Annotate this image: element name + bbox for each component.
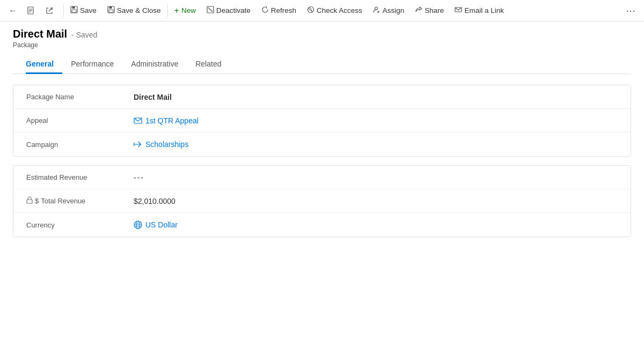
- field-row-package-name: Package Name Direct Mail: [13, 85, 631, 109]
- save-label: Save: [80, 6, 97, 14]
- deactivate-icon: [207, 6, 214, 15]
- more-button[interactable]: ⋯: [621, 3, 640, 19]
- page-title: Direct Mail: [13, 28, 67, 40]
- tabs-container: General Performance Administrative Relat…: [13, 55, 631, 74]
- currency-label: Currency: [26, 221, 134, 229]
- field-row-appeal: Appeal 1st QTR Appeal: [13, 109, 631, 133]
- svg-rect-9: [109, 6, 112, 9]
- estimated-revenue-label: Estimated Revenue: [26, 173, 134, 181]
- refresh-label: Refresh: [271, 6, 296, 14]
- back-button[interactable]: ←: [4, 2, 21, 19]
- appeal-label: Appeal: [26, 116, 134, 124]
- package-name-value: Direct Mail: [134, 93, 172, 101]
- svg-rect-7: [72, 10, 76, 12]
- more-icon: ⋯: [626, 5, 635, 17]
- currency-link[interactable]: US Dollar: [145, 221, 178, 229]
- check-access-label: Check Access: [317, 6, 362, 14]
- tab-administrative[interactable]: Administrative: [122, 55, 187, 74]
- field-row-campaign: Campaign Scholarships: [13, 133, 631, 156]
- field-row-total-revenue: $ Total Revenue $2,010.0000: [13, 189, 631, 213]
- svg-line-12: [208, 8, 213, 12]
- assign-label: Assign: [383, 6, 405, 14]
- appeal-value: 1st QTR Appeal: [134, 116, 199, 125]
- field-row-estimated-revenue: Estimated Revenue ---: [13, 166, 631, 189]
- estimated-revenue-dash: ---: [134, 173, 144, 182]
- page-saved-indicator: - Saved: [71, 31, 97, 39]
- save-button[interactable]: Save: [65, 4, 102, 17]
- tab-performance[interactable]: Performance: [62, 55, 122, 74]
- share-label: Share: [425, 6, 444, 14]
- deactivate-label: Deactivate: [216, 6, 251, 14]
- svg-rect-10: [109, 10, 113, 12]
- appeal-icon: [134, 116, 142, 125]
- revenue-info-section: Estimated Revenue --- $ Total Revenue $2…: [13, 165, 631, 237]
- svg-rect-6: [72, 6, 75, 9]
- toolbar-sep-1: [63, 4, 64, 17]
- currency-icon: [134, 221, 142, 229]
- package-info-section: Package Name Direct Mail Appeal 1st QTR …: [13, 85, 631, 157]
- deactivate-button[interactable]: Deactivate: [201, 4, 256, 17]
- toolbar: ← Save Save & Close: [0, 0, 644, 21]
- toolbar-sep-2: [167, 4, 168, 17]
- campaign-link[interactable]: Scholarships: [145, 140, 188, 149]
- svg-line-15: [311, 10, 312, 12]
- tab-general[interactable]: General: [26, 55, 62, 74]
- email-link-label: Email a Link: [464, 6, 504, 14]
- save-close-icon: [107, 6, 115, 15]
- total-revenue-label: $ Total Revenue: [26, 196, 134, 205]
- page-subtitle: Package: [13, 41, 631, 49]
- campaign-icon: [134, 140, 142, 149]
- svg-point-14: [309, 8, 311, 10]
- tab-content-general: Package Name Direct Mail Appeal 1st QTR …: [0, 74, 644, 248]
- refresh-icon: [261, 6, 269, 15]
- check-access-icon: [307, 6, 314, 15]
- lock-icon: [26, 196, 33, 205]
- email-link-button[interactable]: Email a Link: [449, 4, 509, 17]
- document-icon-button[interactable]: [23, 2, 40, 19]
- page-header: Direct Mail - Saved Package General Perf…: [0, 21, 644, 74]
- toolbar-nav: ←: [4, 2, 58, 19]
- svg-point-16: [375, 7, 377, 10]
- total-revenue-value: $2,010.0000: [134, 197, 175, 205]
- tab-related[interactable]: Related: [187, 55, 230, 74]
- assign-icon: [373, 6, 380, 15]
- save-close-label: Save & Close: [117, 6, 161, 14]
- new-label: New: [181, 6, 196, 14]
- new-icon: +: [174, 6, 179, 16]
- share-icon: [415, 6, 422, 15]
- campaign-label: Campaign: [26, 141, 134, 149]
- dollar-sign-icon: $: [35, 197, 39, 205]
- estimated-revenue-value: ---: [134, 173, 144, 182]
- svg-rect-21: [27, 200, 32, 203]
- refresh-button[interactable]: Refresh: [256, 4, 302, 17]
- save-icon: [70, 6, 78, 15]
- share-button[interactable]: Share: [409, 4, 449, 17]
- appeal-link[interactable]: 1st QTR Appeal: [145, 116, 199, 125]
- save-close-button[interactable]: Save & Close: [102, 4, 166, 17]
- email-link-icon: [455, 6, 462, 15]
- field-row-currency: Currency US Dollar: [13, 213, 631, 237]
- new-button[interactable]: + New: [169, 4, 201, 18]
- currency-value: US Dollar: [134, 221, 178, 229]
- assign-button[interactable]: Assign: [368, 4, 410, 17]
- campaign-value: Scholarships: [134, 140, 188, 149]
- package-name-label: Package Name: [26, 93, 134, 101]
- check-access-button[interactable]: Check Access: [302, 4, 368, 17]
- popout-button[interactable]: [41, 2, 58, 19]
